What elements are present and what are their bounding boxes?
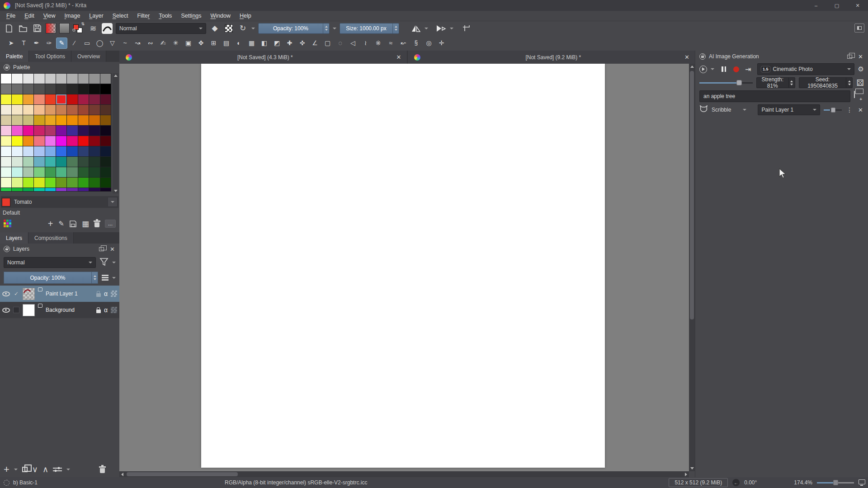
tool-fill[interactable]: ◧: [259, 38, 270, 49]
layer-properties-button[interactable]: [53, 466, 62, 473]
scroll-left-icon[interactable]: [121, 473, 123, 476]
document-tab-2[interactable]: [Not Saved] (9.2 MiB) * ✕: [408, 51, 695, 64]
palette-swatch[interactable]: [89, 146, 99, 156]
mirror-vertical-icon[interactable]: [436, 23, 447, 34]
palette-swatch[interactable]: [34, 178, 44, 188]
palette-scrollbar[interactable]: [113, 73, 118, 193]
palette-swatch[interactable]: [56, 178, 66, 188]
palette-swatch[interactable]: [56, 188, 66, 191]
palette-swatch[interactable]: [45, 167, 56, 177]
remove-control-icon[interactable]: ✕: [857, 107, 864, 113]
palette-swatch[interactable]: [78, 126, 89, 136]
tool-freehand-path[interactable]: ∾: [145, 38, 156, 49]
save-palette-button[interactable]: [70, 221, 76, 227]
layer-lock-icon[interactable]: [96, 293, 101, 297]
palette-swatch[interactable]: [78, 94, 89, 104]
control-options-kebab-icon[interactable]: ⋮: [845, 106, 854, 113]
control-type-dropdown[interactable]: Scribble: [712, 107, 754, 113]
palette-swatch[interactable]: [100, 157, 111, 167]
palette-swatch[interactable]: [34, 74, 44, 84]
palette-swatch[interactable]: [23, 105, 33, 115]
layer-opacity-spinner[interactable]: [91, 272, 98, 283]
palette-swatch[interactable]: [89, 188, 99, 191]
tab-palette[interactable]: Palette: [0, 51, 29, 62]
edit-brush-settings-icon[interactable]: [102, 23, 113, 34]
menu-file[interactable]: File: [2, 13, 20, 19]
palette-swatch[interactable]: [45, 178, 56, 188]
palette-swatch[interactable]: [78, 167, 89, 177]
canvas-document[interactable]: [201, 64, 605, 468]
chevron-down-icon[interactable]: [711, 68, 714, 70]
layer-checkbox[interactable]: ✓: [13, 291, 19, 297]
scroll-up-icon[interactable]: [114, 75, 118, 77]
palette-swatch[interactable]: [56, 167, 66, 177]
layer-visibility-icon[interactable]: [2, 308, 10, 313]
palette-swatch[interactable]: [56, 115, 66, 125]
palette-swatch[interactable]: [12, 94, 22, 104]
scroll-up-icon[interactable]: [690, 66, 694, 68]
tool-polygon[interactable]: ▽: [107, 38, 118, 49]
tool-select-freehand[interactable]: ≀: [360, 38, 371, 49]
palette-swatch[interactable]: [100, 178, 111, 188]
palette-swatch[interactable]: [12, 136, 22, 146]
palette-swatch[interactable]: [78, 74, 89, 84]
palette-swatch[interactable]: [1, 157, 11, 167]
palette-swatch[interactable]: [67, 84, 77, 94]
palette-swatch[interactable]: [67, 188, 77, 191]
palette-swatch[interactable]: [1, 136, 11, 146]
tab-layers[interactable]: Layers: [0, 232, 28, 244]
zoom-slider[interactable]: [817, 479, 854, 486]
palette-swatch[interactable]: [100, 167, 111, 177]
palette-swatch[interactable]: [45, 115, 56, 125]
tool-polyline[interactable]: ~: [119, 38, 131, 49]
palette-swatch[interactable]: [45, 188, 56, 191]
layer-visibility-icon[interactable]: [2, 291, 10, 296]
palette-swatch[interactable]: [89, 136, 99, 146]
prompt-input[interactable]: an apple tree: [699, 90, 850, 102]
menu-view[interactable]: View: [39, 13, 60, 19]
palette-swatch[interactable]: [23, 126, 33, 136]
palette-swatch[interactable]: [23, 115, 33, 125]
tool-ellipse[interactable]: ◯: [94, 38, 105, 49]
layer-options-menu-icon[interactable]: [101, 274, 109, 282]
scroll-right-icon[interactable]: [685, 473, 687, 476]
palette-swatch[interactable]: [12, 84, 22, 94]
tool-gradient[interactable]: ▤: [221, 38, 232, 49]
reset-colors-icon[interactable]: [73, 29, 75, 31]
tool-pan[interactable]: ✛: [436, 38, 447, 49]
scroll-down-icon[interactable]: [114, 190, 118, 192]
color-name-dropdown[interactable]: [108, 197, 118, 207]
tool-select-bezier[interactable]: ↜: [398, 38, 409, 49]
menu-tools[interactable]: Tools: [154, 13, 176, 19]
document-tab-1[interactable]: [Not Saved] (4.3 MiB) * ✕: [119, 51, 407, 64]
palette-swatch[interactable]: [23, 136, 33, 146]
palette-grid-view-button[interactable]: ▦: [82, 219, 89, 229]
menu-image[interactable]: Image: [60, 13, 85, 19]
float-docker-icon[interactable]: [99, 247, 104, 251]
menu-window[interactable]: Window: [206, 13, 235, 19]
record-button[interactable]: [733, 66, 739, 72]
size-spinner[interactable]: [392, 23, 399, 33]
tool-line[interactable]: ∕: [69, 38, 80, 49]
generate-play-button[interactable]: [699, 66, 707, 73]
palette-swatch[interactable]: [12, 74, 22, 84]
delete-layer-button[interactable]: [100, 466, 105, 473]
layer-checkbox[interactable]: [13, 307, 19, 313]
chevron-down-icon[interactable]: [112, 262, 116, 263]
palette-swatch[interactable]: [23, 188, 33, 191]
palette-swatch[interactable]: [78, 84, 89, 94]
palette-swatch[interactable]: [56, 126, 66, 136]
palette-swatch[interactable]: [67, 136, 77, 146]
menu-filter[interactable]: Filter: [132, 13, 154, 19]
float-docker-icon[interactable]: [847, 55, 852, 59]
delete-swatch-button[interactable]: [94, 220, 99, 227]
palette-swatch[interactable]: [45, 126, 56, 136]
random-seed-dice-icon[interactable]: ⚄: [856, 78, 864, 88]
style-dropdown[interactable]: 1.5 Cinematic Photo: [757, 63, 854, 75]
inherit-alpha-icon[interactable]: [111, 291, 117, 297]
tab-compositions[interactable]: Compositions: [28, 232, 74, 244]
palette-swatch[interactable]: [34, 188, 44, 191]
tool-smart-patch[interactable]: ✚: [284, 38, 295, 49]
wrap-around-mode-icon[interactable]: [461, 23, 472, 34]
palette-swatch[interactable]: [89, 105, 99, 115]
